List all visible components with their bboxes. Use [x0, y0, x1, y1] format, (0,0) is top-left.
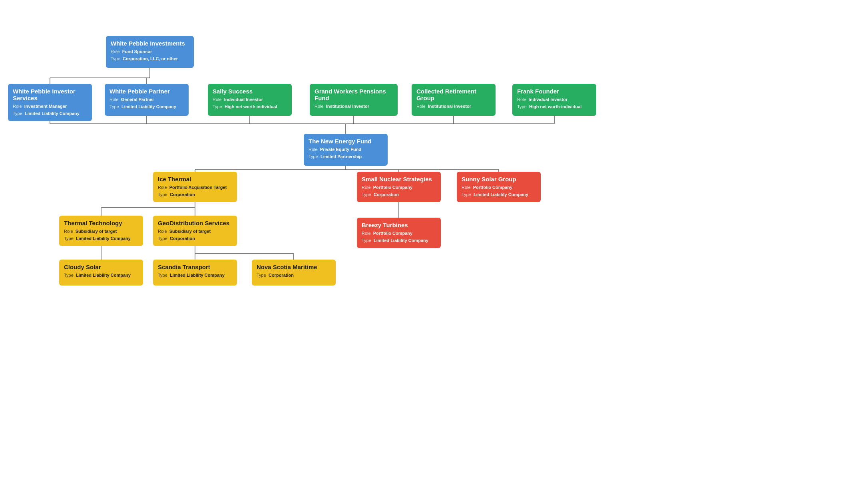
node-role-small_nuclear: Role Portfolio Company: [362, 184, 436, 191]
node-small_nuclear[interactable]: Small Nuclear StrategiesRole Portfolio C…: [357, 172, 441, 202]
node-title-sunny_solar: Sunny Solar Group: [462, 176, 536, 183]
node-white_pebble_investor_services[interactable]: White Pebble Investor ServicesRole Inves…: [8, 84, 92, 121]
node-role-geo_distribution: Role Subsidiary of target: [158, 228, 232, 235]
node-role-white_pebble_investments: Role Fund Sponsor: [111, 48, 189, 56]
node-title-white_pebble_partner: White Pebble Partner: [109, 88, 184, 95]
node-title-cloudy_solar: Cloudy Solar: [64, 264, 138, 270]
node-white_pebble_partner[interactable]: White Pebble PartnerRole General Partner…: [105, 84, 189, 116]
node-title-grand_workers: Grand Workers Pensions Fund: [315, 88, 393, 101]
node-title-breezy_turbines: Breezy Turbines: [362, 222, 436, 228]
node-scandia_transport[interactable]: Scandia TransportType Limited Liability …: [153, 260, 237, 286]
node-type-white_pebble_investor_services: Type Limited Liability Company: [13, 110, 87, 117]
node-type-breezy_turbines: Type Limited Liability Company: [362, 237, 436, 244]
node-title-small_nuclear: Small Nuclear Strategies: [362, 176, 436, 183]
node-ice_thermal[interactable]: Ice ThermalRole Portfolio Acquisition Ta…: [153, 172, 237, 202]
node-nova_scotia[interactable]: Nova Scotia MaritimeType Corporation: [252, 260, 336, 286]
node-breezy_turbines[interactable]: Breezy TurbinesRole Portfolio CompanyTyp…: [357, 218, 441, 248]
node-role-collected_retirement: Role Institutional Investor: [416, 103, 491, 110]
node-new_energy_fund[interactable]: The New Energy FundRole Private Equity F…: [304, 134, 388, 166]
node-geo_distribution[interactable]: GeoDistribution ServicesRole Subsidiary …: [153, 216, 237, 246]
node-type-ice_thermal: Type Corporation: [158, 191, 232, 198]
node-type-thermal_technology: Type Limited Liability Company: [64, 235, 138, 242]
node-role-thermal_technology: Role Subsidiary of target: [64, 228, 138, 235]
node-sally_success[interactable]: Sally SuccessRole Individual InvestorTyp…: [208, 84, 292, 116]
node-role-breezy_turbines: Role Portfolio Company: [362, 230, 436, 237]
node-type-nova_scotia: Type Corporation: [257, 272, 331, 279]
node-title-nova_scotia: Nova Scotia Maritime: [257, 264, 331, 270]
node-type-scandia_transport: Type Limited Liability Company: [158, 272, 232, 279]
node-collected_retirement[interactable]: Collected Retirement GroupRole Instituti…: [412, 84, 496, 116]
node-cloudy_solar[interactable]: Cloudy SolarType Limited Liability Compa…: [59, 260, 143, 286]
node-title-new_energy_fund: The New Energy Fund: [309, 138, 383, 145]
node-role-grand_workers: Role Institutional Investor: [315, 103, 393, 110]
node-title-frank_founder: Frank Founder: [517, 88, 591, 95]
node-role-new_energy_fund: Role Private Equity Fund: [309, 146, 383, 153]
node-title-scandia_transport: Scandia Transport: [158, 264, 232, 270]
node-type-sally_success: Type High net worth individual: [213, 103, 287, 111]
node-title-white_pebble_investor_services: White Pebble Investor Services: [13, 88, 87, 101]
node-title-collected_retirement: Collected Retirement Group: [416, 88, 491, 101]
node-title-geo_distribution: GeoDistribution Services: [158, 220, 232, 226]
org-chart: White Pebble InvestmentsRole Fund Sponso…: [0, 0, 868, 488]
node-type-cloudy_solar: Type Limited Liability Company: [64, 272, 138, 279]
node-type-white_pebble_partner: Type Limited Liability Company: [109, 103, 184, 111]
node-sunny_solar[interactable]: Sunny Solar GroupRole Portfolio CompanyT…: [457, 172, 541, 202]
node-type-new_energy_fund: Type Limited Partnership: [309, 153, 383, 161]
node-white_pebble_investments[interactable]: White Pebble InvestmentsRole Fund Sponso…: [106, 36, 194, 68]
node-type-geo_distribution: Type Corporation: [158, 235, 232, 242]
node-title-thermal_technology: Thermal Technology: [64, 220, 138, 226]
node-role-frank_founder: Role Individual Investor: [517, 96, 591, 103]
node-role-ice_thermal: Role Portfolio Acquisition Target: [158, 184, 232, 191]
node-title-sally_success: Sally Success: [213, 88, 287, 95]
node-type-sunny_solar: Type Limited Liability Company: [462, 191, 536, 198]
node-role-white_pebble_partner: Role General Partner: [109, 96, 184, 103]
node-thermal_technology[interactable]: Thermal TechnologyRole Subsidiary of tar…: [59, 216, 143, 246]
node-type-small_nuclear: Type Corporation: [362, 191, 436, 198]
node-title-ice_thermal: Ice Thermal: [158, 176, 232, 183]
node-type-white_pebble_investments: Type Corporation, LLC, or other: [111, 56, 189, 63]
node-grand_workers[interactable]: Grand Workers Pensions FundRole Institut…: [310, 84, 398, 116]
node-role-white_pebble_investor_services: Role Investment Manager: [13, 103, 87, 110]
node-role-sally_success: Role Individual Investor: [213, 96, 287, 103]
node-title-white_pebble_investments: White Pebble Investments: [111, 40, 189, 47]
node-type-frank_founder: Type High net worth individual: [517, 103, 591, 111]
node-frank_founder[interactable]: Frank FounderRole Individual InvestorTyp…: [512, 84, 596, 116]
node-role-sunny_solar: Role Portfolio Company: [462, 184, 536, 191]
